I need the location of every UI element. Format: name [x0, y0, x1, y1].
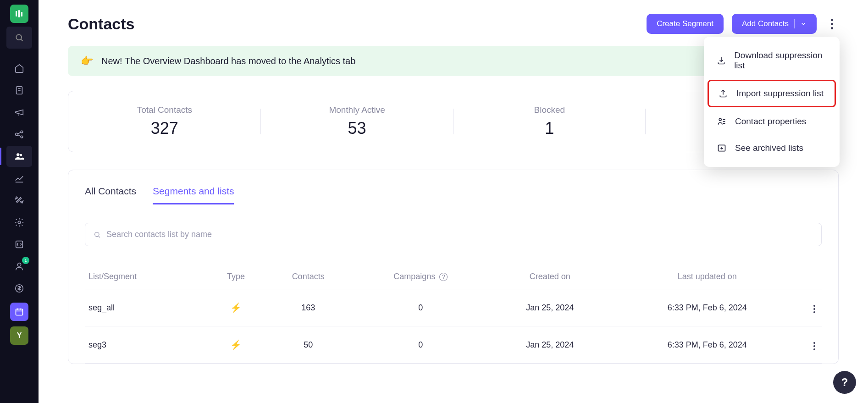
stat-total-contacts: Total Contacts 327	[68, 105, 261, 138]
th-name: List/Segment	[85, 265, 208, 289]
search-icon	[94, 231, 101, 238]
th-updated: Last updated on	[611, 265, 803, 289]
th-campaigns: Campaigns ?	[353, 265, 489, 289]
cell-campaigns: 0	[353, 326, 489, 364]
search-box[interactable]	[85, 223, 822, 246]
menu-contact-properties[interactable]: Contact properties	[708, 109, 836, 134]
row-more-button[interactable]	[811, 339, 818, 353]
nav-developer[interactable]	[6, 234, 32, 255]
table-row[interactable]: seg_all ⚡ 163 0 Jan 25, 2024 6:33 PM, Fe…	[85, 289, 822, 326]
svg-line-12	[18, 135, 21, 137]
main-content: Contacts Create Segment Add Contacts 👉 N…	[39, 0, 868, 403]
cell-name: seg3	[85, 326, 208, 364]
app-logo[interactable]	[10, 5, 28, 23]
cell-type: ⚡	[208, 289, 264, 326]
sidebar-search-button[interactable]	[6, 27, 32, 49]
more-menu-button[interactable]	[825, 15, 839, 33]
chevron-down-icon[interactable]	[800, 21, 807, 27]
menu-download-suppression[interactable]: Download suppression list	[708, 43, 836, 78]
stat-blocked: Blocked 1	[453, 105, 646, 138]
cell-contacts: 163	[264, 289, 353, 326]
cell-created: Jan 25, 2024	[489, 326, 611, 364]
cell-type: ⚡	[208, 326, 264, 364]
stat-value: 327	[68, 119, 261, 138]
tab-all-contacts[interactable]: All Contacts	[85, 186, 136, 204]
nav-calendar[interactable]	[10, 303, 28, 321]
nav-contacts[interactable]	[6, 146, 32, 167]
svg-line-11	[18, 132, 21, 134]
help-fab[interactable]: ?	[833, 371, 856, 394]
stat-label: Total Contacts	[68, 105, 261, 115]
cell-created: Jan 25, 2024	[489, 289, 611, 326]
add-contacts-button[interactable]: Add Contacts	[732, 14, 817, 34]
cell-contacts: 50	[264, 326, 353, 364]
svg-point-9	[21, 131, 23, 133]
upload-icon	[718, 89, 728, 98]
nav-settings[interactable]	[6, 212, 32, 233]
create-segment-button[interactable]: Create Segment	[647, 14, 724, 34]
svg-rect-2	[21, 12, 22, 17]
page-title: Contacts	[68, 15, 134, 33]
archive-icon	[717, 144, 727, 153]
svg-rect-20	[16, 309, 23, 315]
th-contacts: Contacts	[264, 265, 353, 289]
menu-label: See archived lists	[735, 143, 803, 153]
badge: 1	[22, 257, 29, 264]
bolt-icon: ⚡	[230, 340, 242, 350]
tab-segments-lists[interactable]: Segments and lists	[153, 186, 234, 204]
stat-label: Blocked	[453, 105, 646, 115]
nav-flows[interactable]	[6, 124, 32, 145]
menu-label: Download suppression list	[734, 50, 827, 71]
svg-point-18	[17, 263, 21, 266]
menu-archived-lists[interactable]: See archived lists	[708, 136, 836, 160]
stat-value: 1	[453, 119, 646, 138]
add-contacts-label: Add Contacts	[742, 19, 789, 28]
svg-point-26	[719, 118, 721, 121]
nav-analytics[interactable]	[6, 168, 32, 189]
more-menu-dropdown: Download suppression list Import suppres…	[704, 37, 840, 167]
svg-point-10	[21, 136, 23, 138]
segments-card: All Contacts Segments and lists List/Seg…	[68, 170, 839, 364]
svg-rect-1	[18, 10, 20, 17]
svg-rect-0	[16, 11, 17, 17]
search-input[interactable]	[106, 230, 813, 239]
svg-point-24	[95, 232, 99, 236]
help-icon[interactable]: ?	[439, 273, 448, 281]
svg-line-25	[99, 236, 100, 237]
svg-point-14	[20, 154, 22, 156]
nav-campaigns[interactable]	[6, 102, 32, 123]
banner-text: New! The Overview Dashboard has moved to…	[101, 56, 355, 66]
nav-journeys[interactable]	[6, 80, 32, 101]
nav-automation[interactable]	[6, 190, 32, 211]
segments-table: List/Segment Type Contacts Campaigns ? C…	[85, 265, 822, 364]
svg-point-13	[17, 153, 19, 156]
bolt-icon: ⚡	[230, 303, 242, 313]
button-divider	[794, 19, 795, 28]
row-more-button[interactable]	[811, 302, 818, 316]
svg-point-3	[16, 34, 22, 40]
cell-updated: 6:33 PM, Feb 6, 2024	[611, 326, 803, 364]
svg-point-8	[16, 133, 18, 136]
pointing-hand-icon: 👉	[81, 55, 93, 67]
th-actions	[803, 265, 822, 289]
cell-name: seg_all	[85, 289, 208, 326]
stat-label: Monthly Active	[261, 105, 453, 115]
nav-billing[interactable]	[6, 278, 32, 299]
cell-updated: 6:33 PM, Feb 6, 2024	[611, 289, 803, 326]
th-created: Created on	[489, 265, 611, 289]
stat-value: 53	[261, 119, 453, 138]
th-type: Type	[208, 265, 264, 289]
sidebar: 1 Y	[0, 0, 39, 403]
menu-import-suppression[interactable]: Import suppression list	[708, 80, 836, 107]
table-row[interactable]: seg3 ⚡ 50 0 Jan 25, 2024 6:33 PM, Feb 6,…	[85, 326, 822, 364]
stat-monthly-active: Monthly Active 53	[261, 105, 453, 138]
nav-item-badged[interactable]: 1	[6, 256, 32, 277]
svg-line-4	[21, 39, 23, 41]
download-icon	[717, 56, 726, 65]
cell-campaigns: 0	[353, 289, 489, 326]
workspace-avatar[interactable]: Y	[10, 326, 28, 345]
menu-label: Contact properties	[735, 116, 806, 127]
contact-properties-icon	[717, 117, 727, 126]
menu-label: Import suppression list	[736, 88, 824, 99]
nav-home[interactable]	[6, 58, 32, 79]
